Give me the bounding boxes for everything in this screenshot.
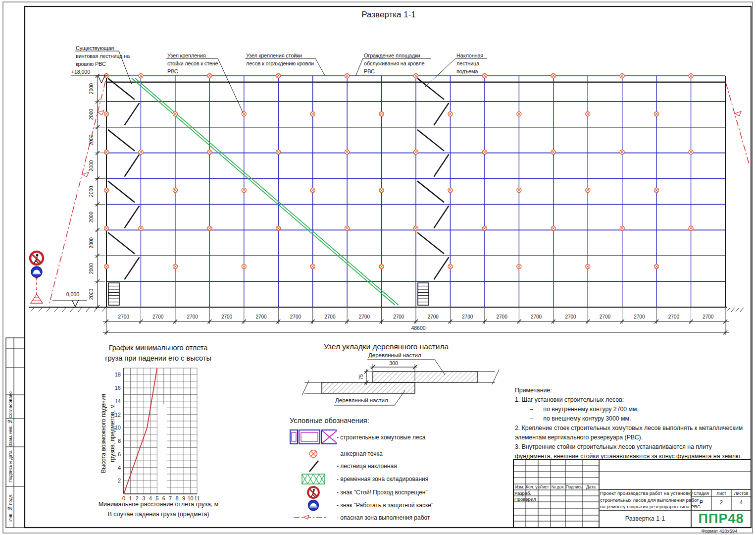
svg-text:2000: 2000 bbox=[89, 212, 94, 223]
legend-item: - строительные хомутовые леса bbox=[290, 429, 425, 446]
svg-text:2700: 2700 bbox=[428, 314, 439, 320]
danger-zone-line-icon bbox=[290, 511, 337, 524]
svg-text:2700: 2700 bbox=[118, 314, 130, 320]
tb-header-col: Лист bbox=[538, 484, 551, 489]
notes-title: Примечание: bbox=[515, 386, 743, 395]
drawing-sheet: 2000200020002000200020002000200020002700… bbox=[0, 0, 756, 535]
chart-xlabel: Минимальное расстояние отлета груза, м bbox=[89, 501, 228, 508]
svg-text:2700: 2700 bbox=[393, 314, 404, 320]
svg-text:2700: 2700 bbox=[496, 314, 507, 320]
tb-project-line: по ремонту покрытия резервуаров типа РВС bbox=[600, 504, 690, 509]
anchor-point-icon bbox=[290, 447, 337, 461]
legend-item-label: - строительные хомутовые леса bbox=[337, 434, 425, 441]
inclined-ladder-icon bbox=[290, 460, 337, 473]
legend-item: - анкерная точка bbox=[290, 447, 383, 461]
chart-xlabel2: В случае падения груза (предмета) bbox=[89, 511, 228, 518]
chart-title-line1: График минимального отлета bbox=[90, 344, 226, 352]
chart-ylabel-line1: Высота возможного падения bbox=[100, 372, 107, 495]
format-label: Формат 420х594 bbox=[689, 528, 750, 534]
legend-item: - лестница наклонная bbox=[290, 460, 397, 473]
tb-stage-val: Р bbox=[691, 499, 711, 505]
svg-text:2700: 2700 bbox=[703, 314, 714, 320]
svg-text:2000: 2000 bbox=[89, 263, 94, 274]
svg-text:2700: 2700 bbox=[531, 314, 542, 320]
tb-logo: ППР48 bbox=[691, 511, 751, 527]
page-title: Развертка 1-1 bbox=[314, 10, 463, 20]
svg-text:2700: 2700 bbox=[255, 314, 267, 320]
danger-zone-lines bbox=[31, 81, 749, 303]
svg-text:8: 8 bbox=[118, 438, 121, 444]
deck-detail-title: Узел укладки деревянного настила bbox=[319, 342, 453, 351]
note-line: – по внутреннему контуру 2700 мм; bbox=[515, 405, 743, 414]
no-entry-sign-icon bbox=[290, 485, 337, 499]
svg-text:6: 6 bbox=[118, 451, 121, 457]
note-line: – по внешнему контуру 3000 мм. bbox=[515, 414, 743, 424]
tb-role-row: Разраб. bbox=[514, 490, 531, 496]
tb-role-row: Проверил bbox=[514, 496, 536, 502]
deck-top-label: Деревянный настил bbox=[368, 352, 421, 358]
svg-text:2000: 2000 bbox=[89, 160, 94, 171]
svg-text:2700: 2700 bbox=[187, 314, 198, 320]
tb-header-col: Подпись bbox=[565, 484, 583, 489]
callout-3: Узел крепления стойкилесов к ограждению … bbox=[246, 52, 314, 67]
tb-header-col: Изм. bbox=[513, 484, 526, 489]
safety-signs bbox=[30, 252, 43, 277]
legend-item: - временная зона складирования bbox=[290, 473, 428, 485]
deck-bottom-label: Деревянный настил bbox=[335, 397, 388, 403]
svg-text:2700: 2700 bbox=[668, 314, 680, 320]
tb-stage-col: Стадия bbox=[691, 491, 711, 496]
frame-label-3: Подпись и дата bbox=[6, 447, 14, 486]
ground-line bbox=[29, 307, 744, 312]
note-line: 1. Шаг установки строительных лесов: bbox=[515, 395, 743, 405]
svg-text:2000: 2000 bbox=[89, 237, 94, 249]
frame-label-1: Согласовано bbox=[6, 390, 14, 419]
note-line: фундамента, внешние стойки устанавливают… bbox=[515, 452, 743, 461]
svg-text:48600: 48600 bbox=[411, 325, 425, 331]
svg-text:4: 4 bbox=[118, 465, 121, 471]
svg-text:2700: 2700 bbox=[565, 314, 576, 320]
legend-item: - опасная зона выполнения работ bbox=[290, 511, 430, 524]
spiral-staircase-line bbox=[132, 78, 399, 305]
svg-text:2000: 2000 bbox=[89, 288, 94, 300]
svg-text:2000: 2000 bbox=[89, 134, 94, 146]
tb-stage-col: Лист bbox=[711, 491, 731, 496]
legend-item-label: - опасная зона выполнения работ bbox=[337, 514, 430, 521]
callout-5: Наклоннаялестницаподъема bbox=[456, 52, 483, 75]
chart-ylabel-line2: грузов, предметов, м bbox=[108, 372, 116, 495]
legend-item-label: - знак "Работать в защитной каске" bbox=[337, 502, 433, 509]
note-line: 2. Крепление стоек строительных хомутовы… bbox=[515, 424, 743, 433]
legend-item-label: - анкерная точка bbox=[337, 450, 383, 457]
svg-text:2700: 2700 bbox=[152, 314, 164, 320]
tb-stage-val: 4 bbox=[731, 499, 751, 505]
svg-text:300: 300 bbox=[389, 360, 398, 366]
legend-item: - знак "Стой! Проход воспрещен" bbox=[290, 485, 428, 499]
tb-project-line: строительных лесов для выполнения работ bbox=[600, 497, 690, 503]
svg-text:2700: 2700 bbox=[290, 314, 302, 320]
tb-header-col: Кол. уч bbox=[526, 484, 538, 489]
callout-4: Ограждение площадкиобслуживания на кровл… bbox=[364, 52, 424, 75]
svg-text:2: 2 bbox=[118, 478, 121, 483]
legend-item-label: - лестница наклонная bbox=[337, 463, 397, 470]
callout-1: Существующаявинтовая лестница накровлю Р… bbox=[76, 44, 130, 68]
frame-label-2: Взам. инв. № bbox=[6, 419, 14, 447]
svg-text:2700: 2700 bbox=[600, 314, 611, 320]
tb-stage-col: Листов bbox=[731, 491, 751, 496]
svg-text:0,000: 0,000 bbox=[66, 291, 79, 297]
storage-zone-icon bbox=[290, 473, 337, 485]
scaffold-icon bbox=[290, 429, 337, 446]
svg-text:+18,000: +18,000 bbox=[71, 69, 90, 75]
svg-text:2700: 2700 bbox=[462, 314, 473, 320]
chart-title-line2: груза при падении его с высоты bbox=[90, 354, 226, 362]
deck-detail-drawing: 30075 bbox=[302, 360, 499, 405]
note-line: 3. Внутренние стойки строительных лесов … bbox=[515, 442, 743, 452]
tb-project-line: Проект производства работ на установку bbox=[600, 490, 690, 496]
notes: Примечание:1. Шаг установки строительных… bbox=[515, 386, 743, 461]
legend-item: - знак "Работать в защитной каске" bbox=[290, 498, 433, 512]
tb-header-col: № док. bbox=[551, 484, 565, 489]
callout-2: Узел креплениястойки лесов к стенеРВС bbox=[167, 52, 218, 75]
svg-text:2000: 2000 bbox=[89, 186, 94, 197]
frame-label-4: Инв. № подл. bbox=[6, 487, 14, 528]
fall-distance-chart: 2468101214161801234567891011 bbox=[115, 368, 200, 501]
svg-text:2700: 2700 bbox=[221, 314, 233, 320]
legend-title: Условные обозначения: bbox=[290, 417, 369, 425]
